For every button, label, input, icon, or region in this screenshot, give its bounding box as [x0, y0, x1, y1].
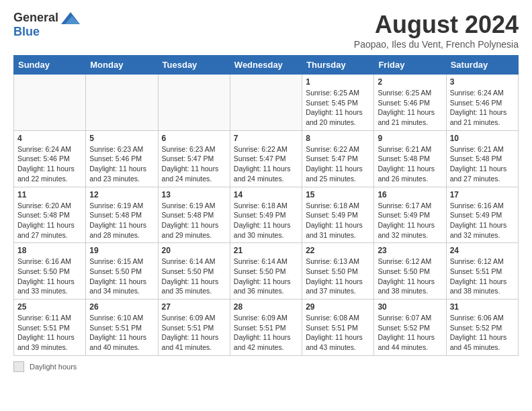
- table-row: 9Sunrise: 6:21 AM Sunset: 5:48 PM Daylig…: [374, 130, 446, 187]
- table-row: 27Sunrise: 6:09 AM Sunset: 5:51 PM Dayli…: [158, 300, 230, 356]
- day-number: 27: [162, 302, 226, 312]
- col-monday: Monday: [86, 56, 158, 75]
- table-row: 30Sunrise: 6:07 AM Sunset: 5:52 PM Dayli…: [374, 300, 446, 356]
- day-info: Sunrise: 6:11 AM Sunset: 5:51 PM Dayligh…: [17, 313, 82, 353]
- table-row: 5Sunrise: 6:23 AM Sunset: 5:46 PM Daylig…: [86, 130, 158, 187]
- day-number: 14: [234, 190, 298, 199]
- day-info: Sunrise: 6:12 AM Sunset: 5:51 PM Dayligh…: [450, 257, 515, 296]
- day-info: Sunrise: 6:19 AM Sunset: 5:48 PM Dayligh…: [162, 201, 226, 240]
- day-info: Sunrise: 6:13 AM Sunset: 5:50 PM Dayligh…: [306, 257, 370, 296]
- col-tuesday: Tuesday: [158, 56, 230, 75]
- calendar-week-row: 4Sunrise: 6:24 AM Sunset: 5:46 PM Daylig…: [14, 130, 519, 187]
- day-number: 25: [17, 302, 82, 312]
- day-info: Sunrise: 6:16 AM Sunset: 5:50 PM Dayligh…: [17, 257, 82, 296]
- day-number: 22: [306, 246, 370, 255]
- logo-blue: Blue: [13, 25, 40, 39]
- table-row: 11Sunrise: 6:20 AM Sunset: 5:48 PM Dayli…: [14, 187, 86, 243]
- footer: Daylight hours: [13, 361, 519, 372]
- day-number: 24: [450, 246, 515, 255]
- day-number: 3: [450, 77, 515, 87]
- table-row: 1Sunrise: 6:25 AM Sunset: 5:45 PM Daylig…: [302, 75, 374, 131]
- col-friday: Friday: [374, 56, 446, 75]
- day-number: 29: [306, 302, 370, 312]
- day-info: Sunrise: 6:12 AM Sunset: 5:50 PM Dayligh…: [378, 257, 442, 296]
- table-row: 29Sunrise: 6:08 AM Sunset: 5:51 PM Dayli…: [302, 300, 374, 356]
- table-row: [86, 75, 158, 131]
- day-number: 21: [234, 246, 298, 255]
- calendar-header-row: Sunday Monday Tuesday Wednesday Thursday…: [14, 56, 519, 75]
- day-number: 18: [17, 246, 82, 255]
- logo: General Blue: [13, 11, 80, 39]
- day-number: 1: [306, 77, 370, 87]
- day-info: Sunrise: 6:22 AM Sunset: 5:47 PM Dayligh…: [306, 144, 370, 184]
- day-number: 5: [89, 134, 154, 143]
- day-info: Sunrise: 6:22 AM Sunset: 5:47 PM Dayligh…: [234, 144, 298, 184]
- day-info: Sunrise: 6:09 AM Sunset: 5:51 PM Dayligh…: [234, 313, 298, 353]
- day-info: Sunrise: 6:08 AM Sunset: 5:51 PM Dayligh…: [306, 313, 370, 353]
- day-info: Sunrise: 6:23 AM Sunset: 5:47 PM Dayligh…: [162, 144, 226, 184]
- table-row: 26Sunrise: 6:10 AM Sunset: 5:51 PM Dayli…: [86, 300, 158, 356]
- day-info: Sunrise: 6:15 AM Sunset: 5:50 PM Dayligh…: [89, 257, 154, 296]
- day-number: 2: [378, 77, 442, 87]
- table-row: 17Sunrise: 6:16 AM Sunset: 5:49 PM Dayli…: [446, 187, 518, 243]
- day-info: Sunrise: 6:18 AM Sunset: 5:49 PM Dayligh…: [234, 201, 298, 240]
- day-number: 20: [162, 246, 226, 255]
- day-number: 23: [378, 246, 442, 255]
- day-info: Sunrise: 6:21 AM Sunset: 5:48 PM Dayligh…: [378, 144, 442, 184]
- day-info: Sunrise: 6:25 AM Sunset: 5:45 PM Dayligh…: [306, 88, 370, 128]
- day-number: 7: [234, 134, 298, 143]
- day-info: Sunrise: 6:21 AM Sunset: 5:48 PM Dayligh…: [450, 144, 515, 184]
- day-info: Sunrise: 6:23 AM Sunset: 5:46 PM Dayligh…: [89, 144, 154, 184]
- calendar-table: Sunday Monday Tuesday Wednesday Thursday…: [13, 55, 519, 356]
- footer-label: Daylight hours: [30, 363, 77, 371]
- table-row: 7Sunrise: 6:22 AM Sunset: 5:47 PM Daylig…: [230, 130, 302, 187]
- day-info: Sunrise: 6:19 AM Sunset: 5:48 PM Dayligh…: [89, 201, 154, 240]
- day-info: Sunrise: 6:18 AM Sunset: 5:49 PM Dayligh…: [306, 201, 370, 240]
- logo-icon: [61, 12, 80, 24]
- day-number: 6: [162, 134, 226, 143]
- table-row: 24Sunrise: 6:12 AM Sunset: 5:51 PM Dayli…: [446, 243, 518, 300]
- table-row: 28Sunrise: 6:09 AM Sunset: 5:51 PM Dayli…: [230, 300, 302, 356]
- col-thursday: Thursday: [302, 56, 374, 75]
- day-info: Sunrise: 6:24 AM Sunset: 5:46 PM Dayligh…: [17, 144, 82, 184]
- header: General Blue August 2024 Paopao, Iles du…: [13, 11, 519, 50]
- day-info: Sunrise: 6:10 AM Sunset: 5:51 PM Dayligh…: [89, 313, 154, 353]
- table-row: 20Sunrise: 6:14 AM Sunset: 5:50 PM Dayli…: [158, 243, 230, 300]
- day-info: Sunrise: 6:17 AM Sunset: 5:49 PM Dayligh…: [378, 201, 442, 240]
- table-row: 13Sunrise: 6:19 AM Sunset: 5:48 PM Dayli…: [158, 187, 230, 243]
- day-info: Sunrise: 6:09 AM Sunset: 5:51 PM Dayligh…: [162, 313, 226, 353]
- day-number: 31: [450, 302, 515, 312]
- day-number: 12: [89, 190, 154, 199]
- day-number: 28: [234, 302, 298, 312]
- calendar-week-row: 18Sunrise: 6:16 AM Sunset: 5:50 PM Dayli…: [14, 243, 519, 300]
- table-row: 21Sunrise: 6:14 AM Sunset: 5:50 PM Dayli…: [230, 243, 302, 300]
- day-info: Sunrise: 6:25 AM Sunset: 5:46 PM Dayligh…: [378, 88, 442, 128]
- day-number: 10: [450, 134, 515, 143]
- footer-box: [13, 361, 24, 372]
- table-row: 23Sunrise: 6:12 AM Sunset: 5:50 PM Dayli…: [374, 243, 446, 300]
- day-number: 19: [89, 246, 154, 255]
- table-row: 31Sunrise: 6:06 AM Sunset: 5:52 PM Dayli…: [446, 300, 518, 356]
- day-info: Sunrise: 6:24 AM Sunset: 5:46 PM Dayligh…: [450, 88, 515, 128]
- table-row: 18Sunrise: 6:16 AM Sunset: 5:50 PM Dayli…: [14, 243, 86, 300]
- day-info: Sunrise: 6:20 AM Sunset: 5:48 PM Dayligh…: [17, 201, 82, 240]
- day-info: Sunrise: 6:07 AM Sunset: 5:52 PM Dayligh…: [378, 313, 442, 353]
- title-section: August 2024 Paopao, Iles du Vent, French…: [354, 11, 519, 50]
- day-info: Sunrise: 6:14 AM Sunset: 5:50 PM Dayligh…: [234, 257, 298, 296]
- table-row: 2Sunrise: 6:25 AM Sunset: 5:46 PM Daylig…: [374, 75, 446, 131]
- col-sunday: Sunday: [14, 56, 86, 75]
- table-row: 6Sunrise: 6:23 AM Sunset: 5:47 PM Daylig…: [158, 130, 230, 187]
- day-number: 17: [450, 190, 515, 199]
- table-row: 14Sunrise: 6:18 AM Sunset: 5:49 PM Dayli…: [230, 187, 302, 243]
- table-row: 22Sunrise: 6:13 AM Sunset: 5:50 PM Dayli…: [302, 243, 374, 300]
- day-number: 11: [17, 190, 82, 199]
- table-row: 8Sunrise: 6:22 AM Sunset: 5:47 PM Daylig…: [302, 130, 374, 187]
- day-info: Sunrise: 6:06 AM Sunset: 5:52 PM Dayligh…: [450, 313, 515, 353]
- table-row: 16Sunrise: 6:17 AM Sunset: 5:49 PM Dayli…: [374, 187, 446, 243]
- month-title: August 2024: [354, 11, 519, 39]
- table-row: 12Sunrise: 6:19 AM Sunset: 5:48 PM Dayli…: [86, 187, 158, 243]
- day-number: 9: [378, 134, 442, 143]
- col-wednesday: Wednesday: [230, 56, 302, 75]
- table-row: [230, 75, 302, 131]
- day-info: Sunrise: 6:16 AM Sunset: 5:49 PM Dayligh…: [450, 201, 515, 240]
